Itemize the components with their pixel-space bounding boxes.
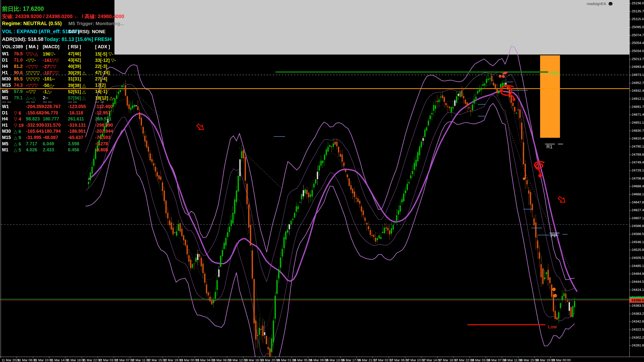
price-axis-label: 24281.88 xyxy=(632,343,644,347)
trade-marker-dot xyxy=(512,98,515,101)
time-axis-tick xyxy=(534,357,535,358)
candlestick xyxy=(409,182,410,184)
candlestick xyxy=(335,142,336,145)
candlestick xyxy=(345,170,346,172)
matrix-cell: -107▽▽ xyxy=(43,70,59,76)
bid-price-badge: 24398.02 xyxy=(630,298,644,303)
matrix-cell: 47[-14] xyxy=(95,70,110,75)
matrix-cell: 40[39] xyxy=(68,64,81,69)
candlestick xyxy=(215,292,216,299)
time-axis-tick xyxy=(162,357,163,358)
time-axis[interactable]: 11 Mar 202611 Mar 06:0011 Mar 10:0011 Ma… xyxy=(0,357,644,362)
table-separator: --- --- xyxy=(26,100,35,104)
candlestick xyxy=(245,157,246,180)
candlestick xyxy=(412,171,413,174)
time-axis-tick xyxy=(373,357,373,358)
candlestick xyxy=(93,159,95,166)
time-axis-tick xyxy=(227,357,227,358)
candlestick xyxy=(567,301,568,302)
price-axis-tick xyxy=(630,330,631,330)
candlestick xyxy=(229,227,230,232)
levels-row-tf: M1 xyxy=(2,147,8,153)
levels-row-tf: H4 xyxy=(2,116,8,122)
candlestick xyxy=(421,142,422,147)
time-axis-tick xyxy=(82,357,82,358)
price-axis-label: 24505.51 xyxy=(632,256,644,260)
candlestick xyxy=(521,123,522,140)
price-axis-tick xyxy=(630,67,631,67)
levels-value-cell: -331.570 xyxy=(43,123,61,128)
price-axis-label: 24688.48 xyxy=(632,184,644,188)
candlestick xyxy=(303,190,304,196)
matrix-cell: 76.5 xyxy=(14,51,23,57)
matrix-cell: 79.1 xyxy=(14,95,23,101)
candlestick xyxy=(486,79,487,83)
time-axis-tick xyxy=(453,357,454,358)
candlestick xyxy=(338,147,339,153)
levels-row-tf: M15 xyxy=(2,135,11,140)
levels-value-cell: -31.995 xyxy=(26,135,41,140)
candlestick xyxy=(431,113,433,114)
candlestick xyxy=(213,300,214,303)
price-axis-tick xyxy=(630,59,631,59)
candlestick xyxy=(201,258,202,266)
candlestick xyxy=(361,206,362,211)
levels-row-tf: W1 xyxy=(2,104,9,109)
candlestick xyxy=(553,294,554,311)
candlestick xyxy=(523,142,524,164)
time-axis-tick xyxy=(486,357,486,358)
levels-signal-cell: ▽ 6 xyxy=(14,110,21,116)
candlestick xyxy=(433,105,434,111)
candlestick xyxy=(488,79,489,80)
candlestick xyxy=(266,336,267,344)
candlestick xyxy=(396,215,397,221)
candlestick xyxy=(120,90,121,92)
levels-value-cell: -65.637 xyxy=(68,135,83,140)
candlestick xyxy=(162,182,163,191)
levels-value-cell: -112.400 xyxy=(95,104,113,109)
price-axis-label: 24749.47 xyxy=(632,160,644,164)
matrix-cell: --▽▽ xyxy=(26,89,36,95)
price-axis-tick xyxy=(630,290,631,290)
terminal-window: HighR1PPLow roadsignEA 前日比: 17.6200安値: 2… xyxy=(0,0,644,362)
prev-day-change-line: 前日比: 17.6200 xyxy=(2,5,44,13)
candlestick xyxy=(217,280,218,290)
time-axis-tick xyxy=(146,357,146,358)
time-axis-tick xyxy=(518,357,518,358)
candlestick xyxy=(366,223,368,224)
divergence-status: DIV (RSI): NONE xyxy=(68,29,106,34)
time-axis-tick xyxy=(356,357,357,358)
candlestick xyxy=(423,138,424,141)
supply-zone-rect xyxy=(540,55,560,138)
candlestick xyxy=(542,268,544,284)
candlestick xyxy=(329,145,331,147)
candlestick xyxy=(305,189,306,193)
candlestick xyxy=(287,230,288,233)
candlestick xyxy=(261,329,262,330)
candlestick xyxy=(190,260,191,268)
price-axis-tick xyxy=(630,322,631,322)
candlestick xyxy=(493,83,494,85)
candlestick xyxy=(127,96,128,106)
price-axis-label: 24363.20 xyxy=(632,312,644,315)
matrix-row-tf: M5 xyxy=(2,89,8,94)
candlestick xyxy=(527,180,528,184)
candlestick xyxy=(150,153,151,160)
price-axis[interactable]: 25156.0725135.7425115.4125095.0825074.75… xyxy=(629,0,644,362)
candlestick xyxy=(195,258,197,262)
candlestick xyxy=(449,107,450,108)
candlestick xyxy=(171,222,172,230)
price-axis-label: 24546.17 xyxy=(632,240,644,244)
candlestick xyxy=(268,347,269,349)
candlestick xyxy=(500,84,501,87)
candlestick xyxy=(151,159,153,162)
candlestick xyxy=(405,190,406,193)
levels-value-cell: -123.055 xyxy=(68,104,86,109)
trade-marker-dot xyxy=(538,174,542,177)
levels-value-cell: 98.823 xyxy=(26,116,40,122)
low-current-high-line: 安値: 24339.9200 / 24398.0200 ← / 高値: 2498… xyxy=(2,13,124,20)
price-axis-label: 24342.87 xyxy=(632,320,644,323)
candlestick xyxy=(481,88,482,90)
candlestick xyxy=(400,206,401,212)
price-axis-label: 24566.50 xyxy=(632,232,644,236)
